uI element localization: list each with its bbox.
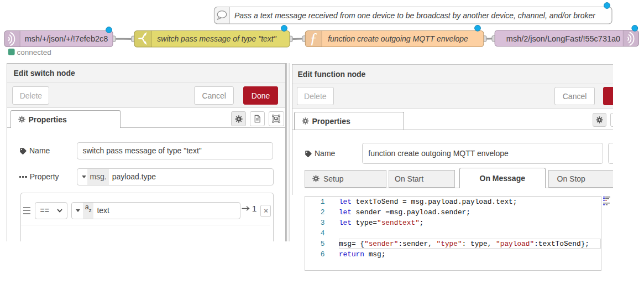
svg-text:msh/2/json/LongFast/!55c731a0: msh/2/json/LongFast/!55c731a0 <box>506 34 620 43</box>
svg-text:msh/+/json/+/!7efeb2c8: msh/+/json/+/!7efeb2c8 <box>25 34 108 43</box>
svg-text:switch pass message of type "t: switch pass message of type "text" <box>157 34 276 43</box>
svg-text:ƒ: ƒ <box>310 29 317 47</box>
svg-text:Pass a text message received f: Pass a text message received from one de… <box>234 11 596 20</box>
svg-text:connected: connected <box>17 48 51 56</box>
svg-text:function create outgoing MQTT: function create outgoing MQTT envelope <box>328 34 468 43</box>
